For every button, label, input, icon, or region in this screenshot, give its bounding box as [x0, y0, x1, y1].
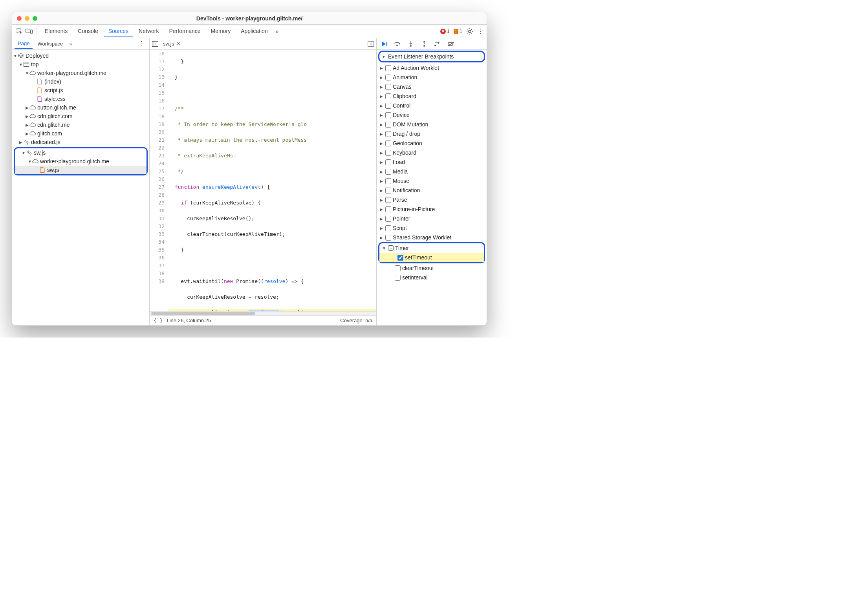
- error-badge[interactable]: ✕ 1: [440, 28, 450, 34]
- tree-top[interactable]: ▼ top: [12, 60, 149, 69]
- nav-kebab-icon[interactable]: ⋮: [136, 40, 147, 47]
- ev-category[interactable]: ▶Animation: [377, 73, 487, 82]
- editor-statusbar: { } Line 26, Column 25 Coverage: n/a: [150, 315, 376, 325]
- file-icon: [37, 78, 43, 85]
- ev-category[interactable]: ▶Geolocation: [377, 139, 487, 148]
- warning-badge[interactable]: ! 1: [454, 28, 462, 34]
- tree-file-stylecss[interactable]: style.css: [12, 95, 149, 103]
- error-icon: ✕: [440, 29, 446, 34]
- window-title: DevTools - worker-playground.glitch.me/: [17, 15, 482, 22]
- tab-application[interactable]: Application: [236, 26, 273, 37]
- navigator-tabs: Page Workspace » ⋮: [12, 38, 149, 50]
- nav-tab-page[interactable]: Page: [15, 38, 33, 49]
- tree-origin-glitch[interactable]: ▶ glitch.com: [12, 129, 149, 138]
- toggle-debugger-icon[interactable]: [368, 41, 374, 47]
- step-out-icon[interactable]: [421, 40, 428, 47]
- tree-deployed[interactable]: ▼ Deployed: [12, 51, 149, 60]
- editor-tabs: sw.js ✕: [150, 38, 376, 50]
- close-window-button[interactable]: [17, 16, 22, 21]
- tree-dedicated[interactable]: ▶ dedicated.js: [12, 138, 149, 146]
- step-into-icon[interactable]: [407, 40, 414, 47]
- ev-category[interactable]: ▶Drag / drop: [377, 129, 487, 139]
- tab-network[interactable]: Network: [134, 26, 163, 37]
- tree-origin-cdncom[interactable]: ▶ cdn.glitch.com: [12, 112, 149, 120]
- tree-origin-button[interactable]: ▶ button.glitch.me: [12, 103, 149, 112]
- tab-memory[interactable]: Memory: [206, 26, 236, 37]
- tree-sw-origin[interactable]: ▼ worker-playground.glitch.me: [15, 157, 146, 166]
- svg-rect-2: [31, 30, 33, 33]
- nav-tab-workspace[interactable]: Workspace: [34, 39, 66, 49]
- ev-category[interactable]: ▶Keyboard: [377, 148, 487, 157]
- indeterminate-checkbox-icon[interactable]: −: [388, 245, 394, 251]
- code-editor[interactable]: 1011121314151617181920212223242526272829…: [150, 50, 376, 311]
- event-listener-header-highlight: ▼ Event Listener Breakpoints: [378, 51, 485, 62]
- ev-category[interactable]: ▶Device: [377, 110, 487, 120]
- ev-category[interactable]: ▶Mouse: [377, 176, 487, 186]
- toggle-navigator-icon[interactable]: [152, 41, 158, 47]
- coverage-status: Coverage: n/a: [340, 318, 372, 323]
- tree-sw-root[interactable]: ▼ sw.js: [15, 148, 146, 157]
- debugger-controls: [377, 38, 487, 50]
- deployed-icon: [18, 53, 24, 59]
- svg-rect-12: [368, 41, 374, 46]
- step-icon[interactable]: [434, 40, 441, 47]
- ev-category[interactable]: ▶DOM Mutation: [377, 120, 487, 129]
- close-tab-icon[interactable]: ✕: [176, 41, 181, 47]
- tab-elements[interactable]: Elements: [40, 26, 72, 37]
- main-toolbar: Elements Console Sources Network Perform…: [12, 25, 487, 38]
- maximize-window-button[interactable]: [33, 16, 37, 21]
- pretty-print-icon[interactable]: { }: [154, 318, 163, 323]
- ev-settimeout[interactable]: setTimeout: [379, 253, 484, 262]
- ev-category[interactable]: ▶Notification: [377, 186, 487, 195]
- ev-category[interactable]: ▶Parse: [377, 195, 487, 204]
- more-options-icon[interactable]: ⋮: [477, 27, 483, 35]
- nav-more-icon[interactable]: »: [68, 40, 73, 48]
- ev-category[interactable]: ▶Ad Auction Worklet: [377, 63, 487, 73]
- gears-icon: [23, 139, 29, 145]
- ev-category[interactable]: ▶Picture-in-Picture: [377, 204, 487, 214]
- ev-category[interactable]: ▶Clipboard: [377, 91, 487, 101]
- svg-point-17: [410, 45, 412, 47]
- step-over-icon[interactable]: [394, 40, 401, 47]
- ev-category[interactable]: ▶Load: [377, 157, 487, 167]
- tab-sources[interactable]: Sources: [104, 26, 133, 37]
- ev-category[interactable]: ▶Control: [377, 101, 487, 110]
- tab-performance[interactable]: Performance: [164, 26, 205, 37]
- editor-tab-swjs[interactable]: sw.js ✕: [161, 40, 183, 48]
- inspect-element-icon[interactable]: [15, 27, 24, 36]
- svg-rect-10: [152, 41, 158, 46]
- line-gutter: 1011121314151617181920212223242526272829…: [150, 50, 168, 311]
- ev-category[interactable]: ▶Shared Storage Worklet: [377, 233, 487, 242]
- svg-point-8: [27, 151, 29, 153]
- ev-category[interactable]: ▶Canvas: [377, 82, 487, 91]
- svg-point-15: [396, 45, 398, 46]
- deactivate-breakpoints-icon[interactable]: [447, 40, 454, 47]
- resume-icon[interactable]: [381, 40, 388, 47]
- ev-category-timer[interactable]: ▼ − Timer: [379, 243, 484, 253]
- cloud-icon: [29, 104, 36, 111]
- more-tabs-icon[interactable]: »: [273, 27, 281, 36]
- tree-origin-cdnme[interactable]: ▶ cdn.glitch.me: [12, 120, 149, 129]
- cursor-position: Line 26, Column 25: [167, 318, 211, 323]
- ev-cleartimeout[interactable]: clearTimeout: [377, 263, 487, 273]
- ev-category[interactable]: ▶Media: [377, 167, 487, 176]
- tree-file-scriptjs[interactable]: script.js: [12, 86, 149, 95]
- cloud-icon: [32, 158, 38, 164]
- horizontal-scrollbar[interactable]: [150, 311, 376, 315]
- device-toggle-icon[interactable]: [25, 27, 33, 36]
- event-listener-breakpoints-header[interactable]: ▼ Event Listener Breakpoints: [379, 52, 484, 61]
- ev-category[interactable]: ▶Script: [377, 223, 487, 233]
- cloud-icon: [29, 130, 36, 137]
- settings-icon[interactable]: [466, 28, 473, 35]
- tree-file-index[interactable]: (index): [12, 77, 149, 86]
- tab-console[interactable]: Console: [73, 26, 103, 37]
- tree-origin-main[interactable]: ▼ worker-playground.glitch.me: [12, 69, 149, 77]
- devtools-window: DevTools - worker-playground.glitch.me/ …: [12, 12, 487, 326]
- titlebar: DevTools - worker-playground.glitch.me/: [12, 12, 487, 25]
- ev-setinterval[interactable]: setInterval: [377, 273, 487, 282]
- ev-category[interactable]: ▶Pointer: [377, 214, 487, 223]
- panel-tabs: Elements Console Sources Network Perform…: [40, 26, 273, 37]
- tree-sw-file[interactable]: sw.js: [15, 166, 146, 174]
- minimize-window-button[interactable]: [25, 16, 29, 21]
- cloud-icon: [29, 122, 36, 128]
